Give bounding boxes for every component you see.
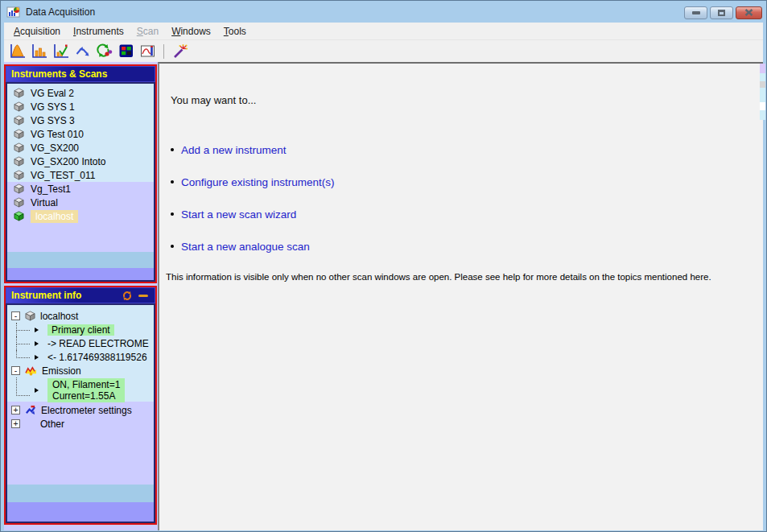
instrument-item[interactable]: Vg_Test1 <box>7 182 154 196</box>
instrument-box-icon <box>14 88 24 98</box>
tree-leaf-read-value[interactable]: <- 1.617469388119526 <box>7 350 154 364</box>
window-body: Instruments & Scans VG Eval 2 VG SYS 1 <box>4 62 763 530</box>
link-start-scan-wizard[interactable]: Start a new scan wizard <box>181 208 296 221</box>
link-row: Start a new scan wizard <box>171 208 755 221</box>
tree-node-electrometer-settings[interactable]: + Electrometer settings <box>7 403 154 417</box>
toolbar-button-grid-windows[interactable] <box>116 42 136 60</box>
instrument-info-title: Instrument info <box>11 290 81 301</box>
menu-instruments[interactable]: Instruments <box>67 24 130 39</box>
tree-node-localhost[interactable]: - localhost <box>7 309 154 323</box>
toolbar-button-sync-scan[interactable] <box>94 42 114 60</box>
instruments-panel: Instruments & Scans VG Eval 2 VG SYS 1 <box>4 64 157 283</box>
toolbar-button-analogue-peak[interactable] <box>7 42 27 60</box>
tree-leaf-primary-client[interactable]: Primary client <box>7 323 154 336</box>
collapse-box[interactable]: - <box>11 311 20 320</box>
instrument-box-icon <box>14 115 24 126</box>
toolbar-button-bar-verify[interactable] <box>51 42 71 60</box>
panel-footer-band-purple <box>7 268 154 280</box>
expand-box[interactable]: + <box>11 419 20 428</box>
minimize-icon <box>692 11 700 14</box>
instrument-item[interactable]: VG_SX200 Intoto <box>7 155 154 168</box>
bullet-icon <box>171 180 174 184</box>
instrument-item[interactable]: VG Eval 2 <box>7 86 154 100</box>
scrollbar-segment <box>760 64 765 73</box>
menu-acquisition[interactable]: Acquisition <box>7 24 67 39</box>
menu-tools[interactable]: Tools <box>217 24 253 39</box>
menu-windows[interactable]: Windows <box>165 24 217 39</box>
instrument-info-panel: Instrument info - <box>4 286 157 525</box>
instruments-panel-title: Instruments & Scans <box>11 68 107 80</box>
main-heading: You may want to... <box>171 94 755 106</box>
toolbar-separator <box>163 44 164 59</box>
emission-icon <box>25 365 37 376</box>
collapse-box[interactable]: - <box>11 366 20 375</box>
instrument-item[interactable]: VG_SX200 <box>7 141 154 155</box>
instrument-box-icon <box>14 170 24 180</box>
link-configure-instruments[interactable]: Configure existing instrument(s) <box>181 176 335 188</box>
maximize-button[interactable] <box>710 6 733 19</box>
link-add-instrument[interactable]: Add a new instrument <box>181 144 287 156</box>
grid-windows-icon <box>118 43 134 59</box>
link-start-analogue-scan[interactable]: Start a new analogue scan <box>181 241 310 253</box>
link-row: Add a new instrument <box>171 143 755 156</box>
instruments-panel-content: VG Eval 2 VG SYS 1 VG SYS 3 VG Test <box>6 82 155 282</box>
toolbar-button-histogram[interactable] <box>29 42 49 60</box>
tree-leaf-emission-status[interactable]: ON, Filament=1 Current=1.55A <box>7 377 154 403</box>
link-row: Start a new analogue scan <box>171 240 755 253</box>
menu-bar: Acquisition Instruments Scan Windows Too… <box>4 23 763 40</box>
app-icon <box>6 6 21 19</box>
scrollbar[interactable] <box>760 64 765 120</box>
tree-node-emission[interactable]: - Emission <box>7 364 154 377</box>
close-button[interactable] <box>736 6 762 19</box>
window-controls <box>684 6 762 19</box>
instrument-item[interactable]: VG Test 010 <box>7 127 154 141</box>
maximize-icon <box>718 10 725 16</box>
bullet-icon <box>171 245 174 248</box>
instrument-box-icon <box>14 101 24 112</box>
instrument-info-header: Instrument info <box>6 287 155 303</box>
quick-links: Add a new instrument Configure existing … <box>171 143 755 253</box>
toolbar-button-scan-wizard[interactable] <box>170 42 190 60</box>
app-window: Data Acquisition Acquisition Instruments… <box>0 0 767 532</box>
menu-scan: Scan <box>130 24 165 39</box>
toolbar-button-trend-arrows[interactable] <box>72 42 93 60</box>
tree-node-other[interactable]: + Other <box>7 417 154 431</box>
arrow-icon <box>35 341 43 346</box>
window-title: Data Acquisition <box>26 6 95 18</box>
expand-box[interactable]: + <box>11 406 20 414</box>
instrument-box-icon <box>25 311 35 321</box>
panel-minimize-icon[interactable] <box>138 295 148 297</box>
panel-footer-band-blue <box>7 485 154 502</box>
close-icon <box>744 9 753 16</box>
scrollbar-segment <box>760 102 765 110</box>
scrollbar-segment <box>760 81 765 88</box>
instrument-box-icon <box>14 184 24 194</box>
instrument-box-icon <box>14 156 24 167</box>
instruments-panel-header: Instruments & Scans <box>6 66 155 82</box>
instrument-item-selected[interactable]: localhost <box>7 209 154 223</box>
refresh-icon[interactable] <box>122 291 133 301</box>
instrument-item[interactable]: VG SYS 3 <box>7 113 154 127</box>
profile-trace-icon <box>140 43 156 59</box>
instrument-box-icon <box>14 142 24 153</box>
toolbar-button-profile-trace[interactable] <box>138 42 158 60</box>
instrument-info-content: - localhost Primary client -> READ ELECT… <box>6 303 155 523</box>
bullet-icon <box>171 212 174 216</box>
left-dock: Instruments & Scans VG Eval 2 VG SYS 1 <box>4 62 158 530</box>
arrow-icon <box>35 388 43 393</box>
histogram-icon <box>31 43 47 59</box>
main-area: You may want to... Add a new instrument … <box>158 62 763 530</box>
link-row: Configure existing instrument(s) <box>171 175 755 188</box>
minimize-button[interactable] <box>684 6 707 19</box>
title-bar: Data Acquisition <box>1 1 766 23</box>
instrument-item[interactable]: VG SYS 1 <box>7 100 154 113</box>
tree-leaf-read-command[interactable]: -> READ ELECTROME <box>7 336 154 350</box>
instrument-list: VG Eval 2 VG SYS 1 VG SYS 3 VG Test <box>7 84 154 252</box>
scan-wizard-wand-icon <box>171 43 188 60</box>
instrument-item[interactable]: Virtual <box>7 196 154 209</box>
scrollbar-segment <box>760 73 765 81</box>
toolbar <box>4 40 763 62</box>
instrument-info-tree: - localhost Primary client -> READ ELECT… <box>7 305 154 485</box>
instrument-item[interactable]: VG_TEST_011 <box>7 168 154 182</box>
instrument-box-icon-green <box>14 211 24 221</box>
